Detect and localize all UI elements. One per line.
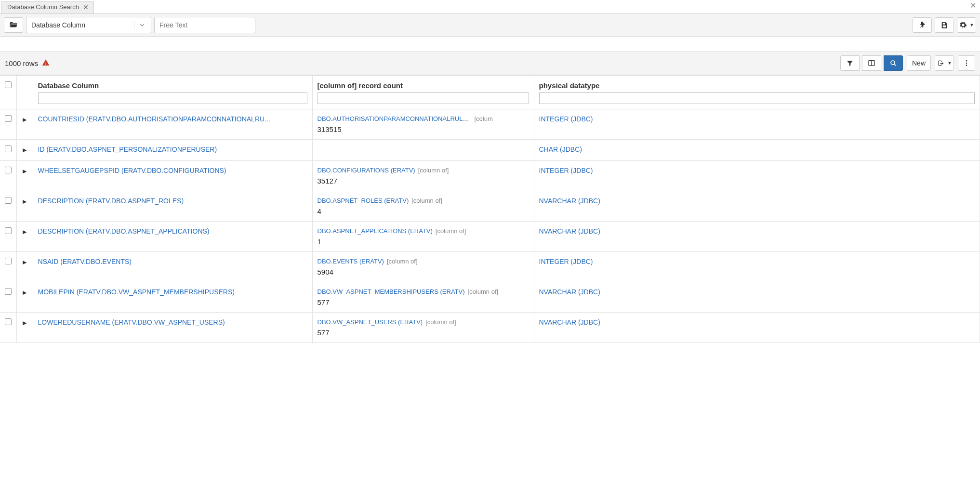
record-source-link[interactable]: DBO.VW_ASPNET_MEMBERSHIPUSERS (ERATV): [318, 288, 465, 295]
row-expand-cell: ▶: [16, 222, 33, 252]
search-button-active[interactable]: [884, 55, 903, 71]
column-filter-db[interactable]: [38, 92, 307, 104]
datatype-link[interactable]: INTEGER (JDBC): [539, 115, 593, 123]
results-table: Database Column [column of] record count…: [0, 75, 980, 343]
record-source-link[interactable]: DBO.EVENTS (ERATV): [318, 258, 384, 265]
column-filter-datatype[interactable]: [539, 92, 975, 104]
save-icon: [940, 21, 948, 29]
column-header-db[interactable]: Database Column: [33, 76, 312, 109]
free-text-input[interactable]: [154, 17, 255, 33]
expand-row-icon[interactable]: ▶: [23, 320, 26, 326]
tab-title: Database Column Search: [7, 3, 79, 11]
new-button[interactable]: New: [907, 55, 931, 71]
datatype-link[interactable]: NVARCHAR (JDBC): [539, 197, 600, 205]
select-all-checkbox[interactable]: [5, 81, 12, 88]
new-button-label: New: [912, 59, 926, 67]
db-column-link[interactable]: DESCRIPTION (ERATV.DBO.ASPNET_ROLES): [38, 197, 184, 205]
expand-row-icon[interactable]: ▶: [23, 168, 26, 174]
datatype-link[interactable]: INTEGER (JDBC): [539, 167, 593, 174]
table-row: ▶MOBILEPIN (ERATV.DBO.VW_ASPNET_MEMBERSH…: [0, 282, 980, 313]
more-actions-button[interactable]: [958, 55, 975, 71]
warning-icon[interactable]: [42, 59, 50, 68]
close-icon[interactable]: ✕: [83, 4, 89, 11]
columns-button[interactable]: [862, 55, 881, 71]
column-header-db-label: Database Column: [38, 81, 99, 90]
datatype-link[interactable]: INTEGER (JDBC): [539, 258, 593, 265]
table-row: ▶COUNTRIESID (ERATV.DBO.AUTHORISATIONPAR…: [0, 109, 980, 140]
row-select-cell: [0, 191, 16, 222]
caret-down-icon: ▼: [948, 61, 952, 66]
row-checkbox[interactable]: [5, 197, 12, 204]
db-column-link[interactable]: COUNTRIESID (ERATV.DBO.AUTHORISATIONPARA…: [38, 115, 270, 123]
row-count-label: 1000 rows: [5, 59, 38, 67]
cell-datatype: NVARCHAR (JDBC): [534, 222, 980, 252]
table-row: ▶LOWEREDUSERNAME (ERATV.DBO.VW_ASPNET_US…: [0, 313, 980, 343]
tab-database-column-search[interactable]: Database Column Search ✕: [1, 1, 94, 13]
caret-down-icon: ▼: [970, 23, 974, 27]
row-select-cell: [0, 222, 16, 252]
cell-db-column: DESCRIPTION (ERATV.DBO.ASPNET_APPLICATIO…: [33, 222, 312, 252]
db-column-link[interactable]: WHEELSETGAUGEPSPID (ERATV.DBO.CONFIGURAT…: [38, 167, 226, 174]
datatype-link[interactable]: NVARCHAR (JDBC): [539, 227, 600, 235]
cell-db-column: COUNTRIESID (ERATV.DBO.AUTHORISATIONPARA…: [33, 109, 312, 140]
open-folder-button[interactable]: [4, 17, 23, 33]
cell-datatype: INTEGER (JDBC): [534, 252, 980, 282]
record-source-link[interactable]: DBO.ASPNET_ROLES (ERATV): [318, 197, 409, 204]
window-close-icon[interactable]: ✕: [970, 1, 976, 10]
cell-record-count: DBO.ASPNET_ROLES (ERATV)[column of]4: [312, 191, 534, 222]
row-checkbox[interactable]: [5, 227, 12, 234]
record-relation-note: [column of]: [411, 197, 442, 204]
row-checkbox[interactable]: [5, 145, 12, 152]
record-relation-note: [colum: [475, 115, 493, 122]
cell-db-column: DESCRIPTION (ERATV.DBO.ASPNET_ROLES): [33, 191, 312, 222]
expand-row-icon[interactable]: ▶: [23, 289, 26, 295]
db-column-link[interactable]: ID (ERATV.DBO.ASPNET_PERSONALIZATIONPERU…: [38, 145, 217, 153]
row-select-cell: [0, 313, 16, 343]
pin-button[interactable]: [913, 17, 932, 33]
results-bar: 1000 rows New ▼: [0, 51, 980, 75]
expand-row-icon[interactable]: ▶: [23, 259, 26, 265]
db-column-link[interactable]: DESCRIPTION (ERATV.DBO.ASPNET_APPLICATIO…: [38, 227, 210, 235]
datatype-link[interactable]: CHAR (JDBC): [539, 145, 582, 153]
record-source-link[interactable]: DBO.ASPNET_APPLICATIONS (ERATV): [318, 227, 433, 235]
column-header-record-count-label: [column of] record count: [318, 81, 403, 90]
db-column-link[interactable]: LOWEREDUSERNAME (ERATV.DBO.VW_ASPNET_USE…: [38, 318, 225, 326]
cell-record-count: [312, 140, 534, 161]
search-type-select[interactable]: Database Column: [26, 17, 151, 33]
row-checkbox[interactable]: [5, 288, 12, 295]
record-relation-note: [column of]: [425, 318, 456, 326]
column-header-datatype[interactable]: physical datatype: [534, 76, 980, 109]
record-source-link[interactable]: DBO.VW_ASPNET_USERS (ERATV): [318, 318, 423, 326]
row-select-cell: [0, 282, 16, 313]
row-select-cell: [0, 252, 16, 282]
row-checkbox[interactable]: [5, 167, 12, 173]
db-column-link[interactable]: NSAID (ERATV.DBO.EVENTS): [38, 258, 132, 265]
pin-icon: [918, 21, 926, 29]
record-source-link[interactable]: DBO.AUTHORISATIONPARAMCONNATIONALRULES (…: [318, 115, 472, 122]
settings-menu-button[interactable]: ▼: [957, 17, 976, 33]
record-source-link[interactable]: DBO.CONFIGURATIONS (ERATV): [318, 167, 415, 174]
datatype-link[interactable]: NVARCHAR (JDBC): [539, 288, 600, 296]
search-type-selected: Database Column: [31, 21, 85, 29]
expand-row-icon[interactable]: ▶: [23, 117, 26, 122]
db-column-link[interactable]: MOBILEPIN (ERATV.DBO.VW_ASPNET_MEMBERSHI…: [38, 288, 235, 296]
svg-line-4: [894, 64, 896, 66]
record-relation-note: [column of]: [468, 288, 499, 295]
row-checkbox[interactable]: [5, 318, 12, 325]
cell-db-column: WHEELSETGAUGEPSPID (ERATV.DBO.CONFIGURAT…: [33, 161, 312, 191]
save-button[interactable]: [935, 17, 954, 33]
expand-row-icon[interactable]: ▶: [23, 229, 26, 235]
export-menu-button[interactable]: ▼: [935, 55, 954, 71]
expand-row-icon[interactable]: ▶: [23, 198, 26, 204]
datatype-link[interactable]: NVARCHAR (JDBC): [539, 318, 600, 326]
svg-point-7: [966, 65, 967, 66]
filter-button[interactable]: [840, 55, 860, 71]
svg-point-5: [966, 60, 967, 62]
row-checkbox[interactable]: [5, 258, 12, 264]
record-relation-note: [column of]: [436, 227, 466, 235]
expand-row-icon[interactable]: ▶: [23, 147, 26, 153]
column-header-record-count[interactable]: [column of] record count: [312, 76, 534, 109]
column-filter-record-count[interactable]: [318, 92, 529, 104]
row-checkbox[interactable]: [5, 115, 12, 122]
chevron-down-icon: [134, 21, 146, 29]
